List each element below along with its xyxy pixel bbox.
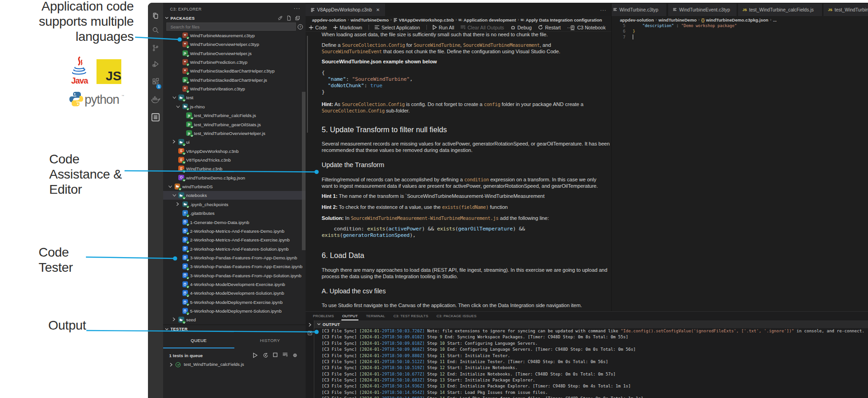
tree-item[interactable]: jstest_WindTurbine_gearOilStats.js xyxy=(163,120,306,129)
breadcrumb-item[interactable]: M↓Apply Data Integration configuration xyxy=(521,17,602,22)
tree-item[interactable]: js-rhino xyxy=(163,102,306,111)
sidebar-scrollbar[interactable] xyxy=(302,92,306,250)
tree-item[interactable]: 2-Workshop-Metrics-And-Features-Solution… xyxy=(163,244,306,253)
queued-test-row[interactable]: test_WindTurbine_calcFields.js xyxy=(163,360,306,369)
help-icon[interactable]: ? xyxy=(296,23,304,30)
chevron-right-icon[interactable] xyxy=(170,363,173,367)
tree-item[interactable]: windTurbineDemo.c3pkg.json xyxy=(163,173,306,182)
tree-item[interactable]: jstest_WindTurbineOverviewHelper.js xyxy=(163,129,306,137)
toolbar-code-button[interactable]: Code xyxy=(309,25,327,30)
panel-tab-terminal[interactable]: TERMINAL xyxy=(366,314,385,318)
search-icon[interactable] xyxy=(148,23,163,37)
tree-item[interactable]: ui xyxy=(163,138,306,146)
tree-item[interactable]: 1-Generate-Demo-Data.ipynb xyxy=(163,218,306,226)
breadcrumb-item[interactable]: appdev-solution xyxy=(620,17,654,22)
tree-item[interactable]: WindTurbineStackedBarChartHelper.c3typ xyxy=(163,67,306,75)
extensions-icon[interactable]: 1 xyxy=(148,74,163,88)
tabbar-more-icon[interactable]: ··· xyxy=(600,7,607,13)
chevron-right-icon[interactable] xyxy=(308,323,312,327)
tab-WindTurbineEvent.c3typ[interactable]: WindTurbineEvent.c3typ xyxy=(668,4,737,16)
collapse-all-icon[interactable] xyxy=(295,16,300,21)
tree-item[interactable]: seed xyxy=(163,315,306,324)
chevron-down-icon[interactable] xyxy=(176,104,180,109)
output-log[interactable]: [C3 File Sync] [2024-01-29T18:50:03.720Z… xyxy=(314,328,868,398)
source-control-icon[interactable] xyxy=(148,41,163,55)
packages-section-header[interactable]: PACKAGES xyxy=(163,15,306,22)
code-line[interactable]: 7 xyxy=(612,34,868,40)
toolbar-clear-all-outputs-button[interactable]: Clear All Outputs xyxy=(460,25,504,30)
chevron-down-icon[interactable] xyxy=(165,327,169,331)
tree-item[interactable]: WindTurbinePrediction.c3typ xyxy=(163,57,306,66)
tree-item[interactable]: jsWindTurbineOverviewHelper.js xyxy=(163,49,306,57)
tree-item[interactable]: WindTurbineVibration.c3typ xyxy=(163,84,306,93)
breadcrumb-item[interactable]: appdev-solution xyxy=(312,17,346,22)
new-file-icon[interactable] xyxy=(286,16,291,21)
tree-item[interactable]: 5-Workshop-ModelDeployment-Exercise.ipyn… xyxy=(163,297,306,306)
gear-icon[interactable] xyxy=(292,353,298,359)
tree-item[interactable]: .gitattributes xyxy=(163,208,306,217)
tab-queue[interactable]: QUEUE xyxy=(163,338,234,343)
docker-icon[interactable] xyxy=(148,93,163,107)
explorer-icon[interactable] xyxy=(148,9,163,22)
output-section-header[interactable]: OUTPUT xyxy=(314,320,868,328)
sidebar-more-icon[interactable]: ··· xyxy=(294,5,301,11)
tree-item[interactable]: jstest_WindTurbine_calcFields.js xyxy=(163,111,306,120)
tree-item[interactable]: V8TipsAndTricks.c3nb xyxy=(163,155,306,164)
breadcrumb-item[interactable]: V8AppDevWorkshop.c3nb xyxy=(393,17,454,22)
chevron-down-icon[interactable] xyxy=(168,184,172,189)
tree-item[interactable]: V8AppDevWorkshop.c3nb xyxy=(163,146,306,155)
panel-tab-c3-test-results[interactable]: C3: TEST RESULTS xyxy=(393,314,428,318)
rerun-icon[interactable] xyxy=(263,353,268,359)
tree-item[interactable]: 3-Workshop-Pandas-Features-From-App-Demo… xyxy=(163,253,306,262)
toolbar-kernel-picker[interactable]: C3 Notebook xyxy=(570,23,606,32)
tree-item[interactable]: windTurbineDS xyxy=(163,182,306,191)
toolbar-debug-button[interactable]: Debug xyxy=(511,25,532,30)
breadcrumb-item[interactable]: {}windTurbineDemo.c3pkg.json xyxy=(701,17,768,22)
toolbar-run-all-button[interactable]: Run All xyxy=(432,25,454,30)
breadcrumbs-left[interactable]: appdev-solution›windTurbineDemo›V8AppDev… xyxy=(312,16,602,23)
close-icon[interactable]: ✕ xyxy=(376,7,380,12)
tree-item[interactable]: 4-Workshop-ModelDevelopment-Exercise.ipy… xyxy=(163,280,306,288)
tree-item[interactable]: 2-Workshop-Metrics-And-Features-Exercise… xyxy=(163,235,306,244)
breadcrumb-item[interactable]: windTurbineDemo xyxy=(658,17,697,22)
panel-tab-output[interactable]: OUTPUT xyxy=(342,314,358,318)
run-debug-icon[interactable] xyxy=(148,57,163,71)
run-icon[interactable] xyxy=(253,353,258,359)
tab-test_WindTurbine_gearOilStats.js[interactable]: JStest_WindTurbine_gearOilStats.js xyxy=(823,4,868,16)
tree-item[interactable]: test xyxy=(163,93,306,102)
tree-item[interactable]: WindTurbineOverviewHelper.c3typ xyxy=(163,40,306,49)
tree-item[interactable]: .ipynb_checkpoints xyxy=(163,200,306,208)
open-in-editor-icon[interactable] xyxy=(307,331,312,336)
tab-test_WindTurbine_calcFields.js[interactable]: JStest_WindTurbine_calcFields.js xyxy=(738,4,822,16)
tree-item[interactable]: 2-Workshop-Metrics-And-Features-Demo.ipy… xyxy=(163,226,306,235)
breadcrumb-item[interactable]: windTurbineDemo xyxy=(351,17,389,22)
toolbar-select-application-button[interactable]: Select Application xyxy=(374,25,420,30)
tree-item[interactable]: notebooks xyxy=(163,191,306,200)
code-editor[interactable]: 5 "description" : "Demo workshop package… xyxy=(612,23,868,40)
notebook-content[interactable]: When loading asset data, the file size i… xyxy=(306,32,611,311)
tree-item[interactable]: WindTurbine.c3nb xyxy=(163,164,306,173)
panel-tab-c3-package-issues[interactable]: C3: PACKAGE ISSUES xyxy=(437,314,477,318)
chevron-down-icon[interactable] xyxy=(172,193,176,197)
breadcrumbs-right[interactable]: appdev-solution›windTurbineDemo›{}windTu… xyxy=(620,16,777,23)
tree-item[interactable]: 5-Workshop-ModelDeployment-Solution.ipyn… xyxy=(163,306,306,315)
tree-item[interactable]: WindTurbineMeasurement.c3typ xyxy=(163,31,306,39)
tab-notebook[interactable]: V8AppDevWorkshop.c3nb ✕ xyxy=(306,4,385,16)
code-line[interactable]: 6} xyxy=(612,28,868,34)
toolbar-restart-button[interactable]: Restart xyxy=(538,25,561,30)
chevron-right-icon[interactable] xyxy=(172,140,176,144)
c3-icon[interactable] xyxy=(148,110,163,124)
deploy-rocket-icon[interactable] xyxy=(278,16,283,21)
panel-tab-problems[interactable]: PROBLEMS xyxy=(313,314,334,318)
breadcrumb-item[interactable]: ... xyxy=(773,17,777,22)
stop-icon[interactable] xyxy=(273,353,278,359)
chevron-right-icon[interactable] xyxy=(176,202,180,207)
tree-item[interactable]: 3-Workshop-Pandas-Features-From-App-Solu… xyxy=(163,271,306,280)
tree-item[interactable]: 3-Workshop-Pandas-Features-From-App-Exer… xyxy=(163,262,306,271)
clear-icon[interactable] xyxy=(283,353,288,359)
toolbar-markdown-button[interactable]: Markdown xyxy=(333,25,362,30)
search-input[interactable]: Search for files xyxy=(166,22,296,31)
chevron-right-icon[interactable] xyxy=(172,317,176,322)
code-line[interactable]: 5 "description" : "Demo workshop package… xyxy=(612,23,868,29)
tree-item[interactable]: 4-Workshop-ModelDevelopment-Solution.ipy… xyxy=(163,289,306,297)
